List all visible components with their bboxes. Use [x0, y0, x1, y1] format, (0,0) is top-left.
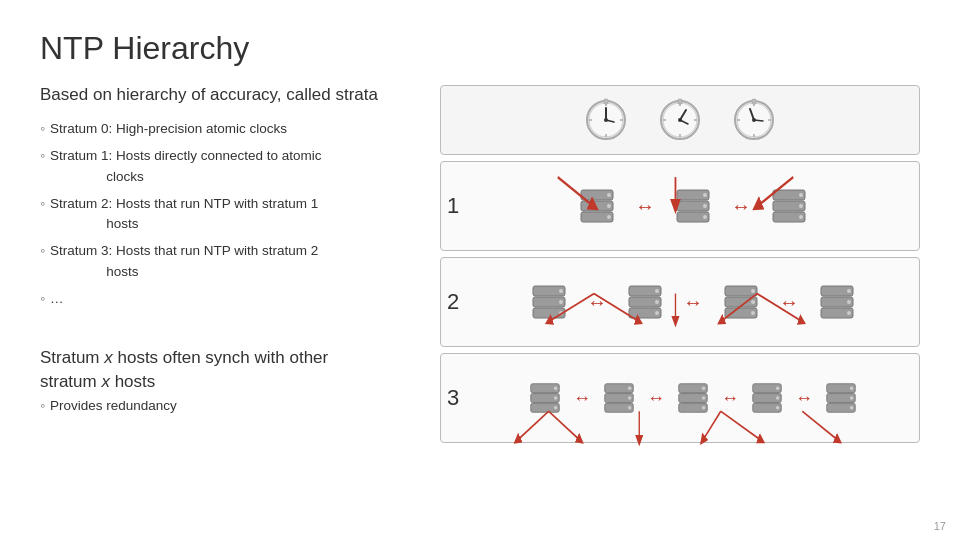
- svg-rect-19: [678, 99, 682, 104]
- svg-point-99: [850, 386, 854, 390]
- svg-point-83: [628, 406, 632, 410]
- server-s1-3: [769, 188, 809, 224]
- h-arrow-s1-2: ↔: [731, 195, 751, 218]
- stratum-2-label: 2: [447, 289, 459, 315]
- stratum-1-label: 1: [447, 193, 459, 219]
- svg-point-24: [752, 118, 756, 122]
- svg-point-53: [559, 311, 563, 315]
- svg-point-4: [604, 118, 608, 122]
- stratum-2-section: 2 ↔: [440, 257, 920, 347]
- stratum-2-servers: ↔ ↔: [441, 276, 919, 328]
- svg-point-58: [655, 300, 659, 304]
- server-s2-2: [625, 284, 665, 320]
- svg-point-14: [678, 118, 682, 122]
- bullet-text-0: Stratum 0: High-precision atomic clocks: [40, 119, 420, 139]
- stratum-1-servers: ↔ ↔: [441, 180, 919, 232]
- server-s1-2: [673, 188, 713, 224]
- svg-point-59: [655, 311, 659, 315]
- svg-point-89: [702, 406, 706, 410]
- svg-point-65: [751, 311, 755, 315]
- svg-point-93: [776, 386, 780, 390]
- svg-point-88: [702, 396, 706, 400]
- bottom-heading: Stratum x hosts often synch with otherst…: [40, 346, 420, 394]
- svg-point-47: [799, 215, 803, 219]
- h-arrow-s3-1: ↔: [573, 388, 591, 409]
- svg-point-81: [628, 386, 632, 390]
- bullet-stratum3: Stratum 3: Hosts that run NTP with strat…: [40, 241, 420, 282]
- bullet-ellipsis: …: [40, 289, 420, 309]
- h-arrow-s1: ↔: [635, 195, 655, 218]
- bullet-text-3: Stratum 3: Hosts that run NTP with strat…: [40, 241, 420, 282]
- svg-point-34: [607, 204, 611, 208]
- clock-icon-2: [658, 98, 702, 142]
- svg-point-39: [703, 193, 707, 197]
- svg-point-95: [776, 406, 780, 410]
- server-s3-3: [675, 382, 711, 414]
- svg-point-70: [847, 300, 851, 304]
- bullet-stratum0: Stratum 0: High-precision atomic clocks: [40, 119, 420, 139]
- right-panel: 1 ↔: [440, 85, 920, 520]
- svg-rect-9: [604, 99, 608, 104]
- clocks-section: [440, 85, 920, 155]
- bullet-text-1: Stratum 1: Hosts directly connected to a…: [40, 146, 420, 187]
- server-s2-4: [817, 284, 857, 320]
- svg-point-52: [559, 300, 563, 304]
- svg-point-100: [850, 396, 854, 400]
- bullet-stratum2: Stratum 2: Hosts that run NTP with strat…: [40, 194, 420, 235]
- svg-point-35: [607, 215, 611, 219]
- svg-point-46: [799, 204, 803, 208]
- svg-point-101: [850, 406, 854, 410]
- h-arrow-s2-2: ↔: [683, 291, 703, 314]
- server-s3-5: [823, 382, 859, 414]
- h-arrow-s3-4: ↔: [795, 388, 813, 409]
- stratum-1-section: 1 ↔: [440, 161, 920, 251]
- svg-point-71: [847, 311, 851, 315]
- svg-rect-29: [752, 99, 756, 104]
- svg-point-57: [655, 289, 659, 293]
- svg-point-33: [607, 193, 611, 197]
- slide-title: NTP Hierarchy: [40, 30, 920, 67]
- bullet-text-4: …: [40, 289, 420, 309]
- slide: NTP Hierarchy Based on hierarchy of accu…: [0, 0, 960, 540]
- stratum-3-section: 3 ↔: [440, 353, 920, 443]
- h-arrow-s3-2: ↔: [647, 388, 665, 409]
- svg-point-41: [703, 215, 707, 219]
- bottom-sub: Provides redundancy: [40, 398, 420, 413]
- svg-point-51: [559, 289, 563, 293]
- svg-point-69: [847, 289, 851, 293]
- svg-point-63: [751, 289, 755, 293]
- svg-point-75: [554, 386, 558, 390]
- svg-point-40: [703, 204, 707, 208]
- stratum-3-servers: ↔ ↔: [441, 374, 919, 422]
- svg-point-87: [702, 386, 706, 390]
- left-panel: Based on hierarchy of accuracy, called s…: [40, 85, 420, 520]
- server-s2-1: [529, 284, 569, 320]
- server-s3-4: [749, 382, 785, 414]
- h-arrow-s3-3: ↔: [721, 388, 739, 409]
- clock-icon-1: [584, 98, 628, 142]
- svg-point-64: [751, 300, 755, 304]
- server-s1-1: [577, 188, 617, 224]
- content-area: Based on hierarchy of accuracy, called s…: [40, 85, 920, 520]
- h-arrow-s2-3: ↔: [779, 291, 799, 314]
- h-arrow-s2-1: ↔: [587, 291, 607, 314]
- bottom-section: Stratum x hosts often synch with otherst…: [40, 332, 420, 413]
- svg-point-94: [776, 396, 780, 400]
- svg-point-45: [799, 193, 803, 197]
- server-s3-1: [527, 382, 563, 414]
- stratum-3-label: 3: [447, 385, 459, 411]
- bullet-text-2: Stratum 2: Hosts that run NTP with strat…: [40, 194, 420, 235]
- main-subtitle: Based on hierarchy of accuracy, called s…: [40, 85, 420, 105]
- clock-icon-3: [732, 98, 776, 142]
- page-number: 17: [934, 520, 946, 532]
- svg-point-76: [554, 396, 558, 400]
- server-s3-2: [601, 382, 637, 414]
- bullet-stratum1: Stratum 1: Hosts directly connected to a…: [40, 146, 420, 187]
- svg-point-82: [628, 396, 632, 400]
- svg-point-77: [554, 406, 558, 410]
- server-s2-3: [721, 284, 761, 320]
